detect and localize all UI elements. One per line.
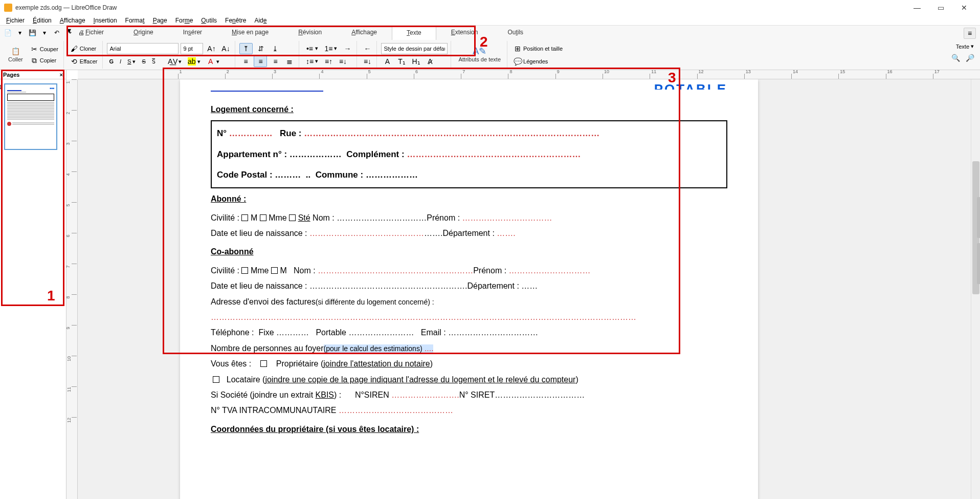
menu-format[interactable]: Format [121, 16, 149, 25]
align-justify-button[interactable]: ≣ [283, 56, 296, 67]
maximize-button[interactable]: ▭ [929, 0, 952, 15]
rtl-button[interactable]: ≡↓ [361, 56, 373, 67]
find-button[interactable]: 🔍 [949, 53, 962, 63]
cut-button[interactable]: ✂Couper [28, 44, 60, 54]
menu-insertion[interactable]: Insertion [90, 16, 121, 25]
box-rue: Rue : [280, 128, 302, 138]
opt-mme: Mme [269, 213, 287, 222]
tab-outils[interactable]: Outils [493, 26, 538, 40]
valign-middle-button[interactable]: ⇵ [255, 44, 267, 54]
bullet-list-button[interactable]: •≡▾ [303, 44, 320, 54]
menu-fenetre[interactable]: Fenêtre [221, 16, 250, 25]
tab-mise-en-page[interactable]: Mise en page [217, 26, 283, 40]
para-space-dec-button[interactable]: ≡↓ [337, 56, 349, 67]
heading-abonne: Abonné : [211, 191, 727, 207]
hamburger-menu-icon[interactable]: ≡ [964, 28, 976, 39]
align-left-icon: ≡ [241, 57, 250, 66]
number-icon: 1≡ [324, 45, 332, 53]
legends-button[interactable]: 💬Légendes [511, 56, 565, 67]
font-color-button[interactable]: A▾ [205, 56, 221, 67]
outdent-button[interactable]: → [341, 44, 353, 54]
tab-inserer[interactable]: Insérer [168, 26, 217, 40]
undo-icon[interactable]: ↶ [51, 27, 62, 38]
vertical-ruler[interactable]: 123 456 789 101112 [66, 79, 78, 499]
pages-panel-close-icon[interactable]: × [60, 72, 63, 78]
lbl-dln: Date et lieu de naissance : [211, 229, 307, 237]
cloner-button[interactable]: 🖌Cloner [68, 44, 100, 54]
save-dropdown-icon[interactable]: ▾ [39, 27, 50, 38]
zoom-button[interactable]: 🔎 [964, 53, 976, 63]
align-center-button[interactable]: ≡ [254, 56, 267, 67]
horizontal-ruler[interactable]: 123 456 789 101112 131415 1617 [78, 70, 980, 79]
text-h1-button[interactable]: H₁ [410, 56, 422, 67]
valign-top-button[interactable]: ⤒ [239, 43, 253, 54]
paste-label: Coller [8, 56, 23, 62]
underline-button[interactable]: S▾ [125, 57, 138, 66]
lbl-kbis: KBIS [316, 390, 334, 399]
valign-mid-icon: ⇵ [257, 45, 265, 53]
overline-button[interactable]: S̅ [150, 57, 158, 66]
line-spacing-button[interactable]: ↕≡▾ [303, 56, 320, 67]
tab-affichage[interactable]: Affichage [337, 26, 392, 40]
lbl-addr: Adresse d'envoi des factures [211, 297, 316, 306]
tab-origine[interactable]: Origine [119, 26, 168, 40]
lbl-nom2: Nom : [294, 266, 316, 275]
menu-aide[interactable]: Aide [250, 16, 271, 25]
shrink-font-button[interactable]: A↓ [219, 44, 232, 54]
text-a-button[interactable]: A [381, 56, 393, 67]
outdent-icon: → [343, 45, 351, 53]
right-texte-button[interactable]: Texte ▾ [954, 42, 976, 51]
position-size-button[interactable]: ⊞Position et taille [511, 44, 565, 54]
document-viewport[interactable]: POTABLE Logement concerné : N° …………… Rue… [78, 79, 971, 499]
menu-edition[interactable]: Édition [29, 16, 56, 25]
paste-button[interactable]: 📋 Coller [5, 46, 26, 63]
tab-texte[interactable]: Texte [392, 26, 436, 40]
font-size-input[interactable] [181, 43, 203, 54]
menu-page[interactable]: Page [149, 16, 171, 25]
menu-outils[interactable]: Outils [197, 16, 221, 25]
window-title: exemple zds.odg — LibreOffice Draw [15, 4, 905, 11]
effacer-button[interactable]: ⟲Effacer [68, 56, 100, 67]
document-page[interactable]: POTABLE Logement concerné : N° …………… Rue… [180, 79, 758, 499]
ltr-button[interactable]: ← [361, 44, 373, 54]
para-space-inc-button[interactable]: ≡↑ [322, 56, 335, 67]
italic-button[interactable]: I [118, 57, 123, 66]
font-name-input[interactable] [107, 43, 179, 54]
valign-bottom-button[interactable]: ⤓ [269, 44, 281, 54]
strike-button[interactable]: S [140, 57, 147, 66]
copy-button[interactable]: ⧉Copier [28, 55, 60, 66]
grow-font-button[interactable]: A↑ [205, 44, 217, 54]
align-left-button[interactable]: ≡ [239, 56, 252, 67]
text-h1-icon: H₁ [412, 57, 420, 66]
vertical-scrollbar[interactable] [971, 79, 980, 499]
menu-fichier[interactable]: Fichier [2, 16, 29, 25]
menu-affichage[interactable]: Affichage [56, 16, 90, 25]
ribbon-tabs: ▾ Fichier Origine Insérer Mise en page R… [0, 26, 980, 40]
valign-top-icon: ⤒ [242, 45, 250, 53]
highlight-button[interactable]: ab▾ [186, 56, 203, 67]
number-list-button[interactable]: 1≡▾ [322, 44, 339, 54]
italic-icon: I [120, 58, 121, 64]
menu-forme[interactable]: Forme [171, 16, 197, 25]
minimize-button[interactable]: — [905, 0, 929, 15]
lbl-dep: Département : [442, 229, 494, 237]
paragraph-style-input[interactable] [381, 43, 448, 54]
page-thumbnail-1[interactable]: ■■■ [4, 83, 57, 150]
save-icon[interactable]: 💾 [27, 27, 38, 38]
sidebar-tab-2[interactable] [977, 243, 980, 284]
text-t1-button[interactable]: T₁ [395, 56, 408, 67]
canvas-area: 123 456 789 101112 131415 1617 123 456 7… [66, 70, 980, 499]
pages-panel-header: Pages × [0, 70, 66, 79]
lbl-nom: Nom : [313, 213, 335, 222]
char-spacing-button[interactable]: A͟V▾ [167, 56, 184, 67]
new-icon[interactable]: 📄 [2, 27, 13, 38]
heading-coabonne: Co-abonné [211, 244, 727, 259]
close-button[interactable]: ✕ [952, 0, 976, 15]
template-icon[interactable]: ▾ [14, 27, 26, 38]
tab-fichier[interactable]: Fichier [71, 26, 119, 40]
bold-button[interactable]: G [107, 57, 116, 66]
clear-format-button[interactable]: A̷ [424, 56, 436, 67]
align-right-button[interactable]: ≡ [269, 56, 281, 67]
sidebar-tab-1[interactable] [977, 197, 980, 238]
tab-revision[interactable]: Révision [283, 26, 337, 40]
